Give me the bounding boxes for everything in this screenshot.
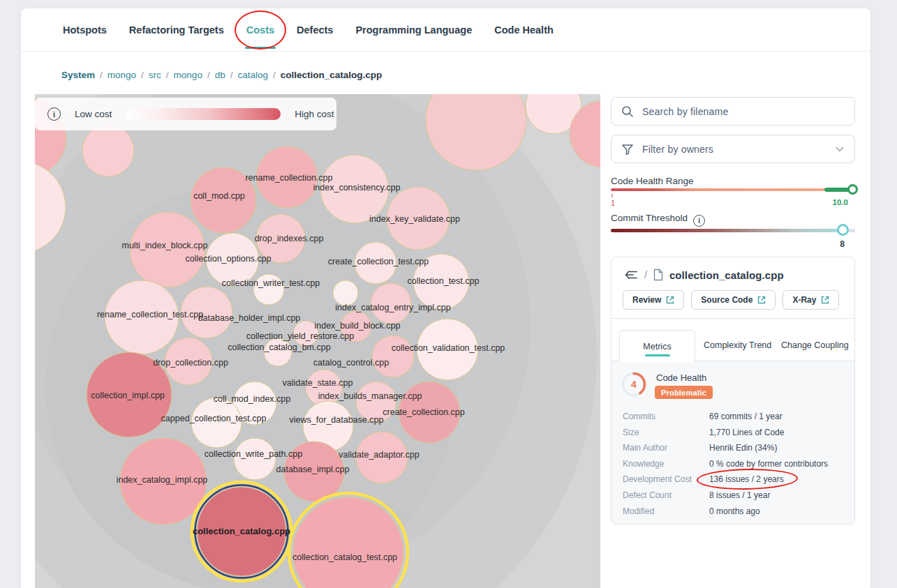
metric-label: Knowledge <box>623 459 706 469</box>
code-health-status-badge: Problematic <box>655 386 713 399</box>
info-icon[interactable]: i <box>47 107 61 121</box>
bubble-label[interactable]: index_build_block.cpp <box>314 321 400 331</box>
tab-change-coupling[interactable]: Change Coupling <box>781 330 849 361</box>
info-icon[interactable]: i <box>693 215 705 227</box>
bubble-label[interactable]: database_impl.cpp <box>276 465 350 474</box>
metric-value: 1,770 Lines of Code <box>706 428 787 437</box>
tab-complexity-trend[interactable]: Complexity Trend <box>704 330 771 361</box>
bubble-label[interactable]: drop_indexes.cpp <box>255 234 324 243</box>
search-box[interactable] <box>611 97 855 126</box>
code-health-gauge: 4 <box>621 372 646 397</box>
file-bubble-catalog_control.cpp[interactable] <box>372 336 414 377</box>
nav-tab-hotspots[interactable]: Hotspots <box>61 19 108 41</box>
bubble-label[interactable]: multi_index_block.cpp <box>122 241 208 250</box>
search-input[interactable] <box>642 106 845 117</box>
tab-metrics[interactable]: Metrics <box>619 330 695 362</box>
metric-row-defect-count: Defect Count8 issues / 1 year <box>623 488 847 503</box>
breadcrumb-link-4[interactable]: catalog <box>237 70 268 80</box>
sidebar: Filter by owners Code Health Range 1 10.… <box>611 97 855 585</box>
top-nav: HotspotsRefactoring TargetsCostsDefectsP… <box>21 8 870 52</box>
main-card: HotspotsRefactoring TargetsCostsDefectsP… <box>21 8 870 588</box>
file-bubble-collection_write_path.cpp[interactable] <box>234 438 276 480</box>
bubble-label[interactable]: collection_validation_test.cpp <box>392 343 505 353</box>
chevron-down-icon <box>835 144 845 154</box>
breadcrumb-separator: / <box>166 70 169 80</box>
bubble-label[interactable]: views_for_database.cpp <box>290 415 384 425</box>
bubble-label[interactable]: collection_catalog_bm.cpp <box>228 342 330 352</box>
metric-value-annotated: 136 issues / 2 years <box>706 474 787 484</box>
bubble-label[interactable]: collection_yield_restore.cpp <box>246 331 354 341</box>
bubble-label[interactable]: index_catalog_entry_impl.cpp <box>335 303 450 312</box>
bubble-label[interactable]: rename_collection_test.cpp <box>97 310 203 319</box>
review-button[interactable]: Review <box>623 290 684 310</box>
metric-value: 69 commits / 1 year <box>706 412 785 421</box>
breadcrumb-link-3[interactable]: db <box>215 70 225 80</box>
source-code-button[interactable]: Source Code <box>691 290 776 310</box>
bubble-label[interactable]: coll_mod_index.cpp <box>214 394 291 404</box>
code-health-range-label: Code Health Range <box>611 176 694 186</box>
bubble-label[interactable]: validate_adaptor.cpp <box>339 450 419 460</box>
bubble-label[interactable]: validate_state.cpp <box>283 378 353 388</box>
nav-tab-costs[interactable]: Costs <box>245 19 276 41</box>
cost-bubble-chart[interactable]: coll_mod.cpprename_collection.cppindex_c… <box>35 94 600 588</box>
metric-label: Defect Count <box>623 490 706 500</box>
bubble-circle <box>333 280 358 306</box>
nav-tab-programming-language[interactable]: Programming Language <box>354 19 473 41</box>
bubble-label[interactable]: index_key_validate.cpp <box>369 214 460 224</box>
commit-threshold-handle[interactable] <box>837 224 849 236</box>
breadcrumb-link-1[interactable]: src <box>149 70 161 80</box>
nav-tab-refactoring-targets[interactable]: Refactoring Targets <box>128 19 225 41</box>
path-separator: / <box>644 269 647 280</box>
bubble-label[interactable]: collection_impl.cpp <box>91 391 165 400</box>
back-to-list-icon[interactable] <box>624 269 639 281</box>
bubble-label[interactable]: drop_collection.cpp <box>153 358 228 368</box>
code-health-min-tick <box>611 194 613 197</box>
metric-label: Size <box>623 428 706 437</box>
bubble-label[interactable]: create_collection.cpp <box>383 407 464 417</box>
owner-filter-dropdown[interactable]: Filter by owners <box>611 135 855 163</box>
bubble-label[interactable]: catalog_control.cpp <box>313 358 389 368</box>
metric-value: 0 months ago <box>706 506 763 516</box>
file-bubble[interactable] <box>82 125 134 176</box>
bubble-label[interactable]: rename_collection.cpp <box>245 173 332 183</box>
code-health-range-handle[interactable] <box>847 184 858 195</box>
bubble-label[interactable]: collection_options.cpp <box>186 254 272 264</box>
bubble-label[interactable]: index_consistency.cpp <box>313 183 401 193</box>
metric-value: 0 % code by former contributors <box>706 459 831 469</box>
commit-threshold-label: Commit Thresholdi <box>611 213 705 227</box>
nav-tab-defects[interactable]: Defects <box>295 19 334 41</box>
file-icon <box>653 269 664 281</box>
nav-tab-code-health[interactable]: Code Health <box>493 19 555 41</box>
bubble-circle <box>82 125 134 176</box>
bubble-label[interactable]: coll_mod.cpp <box>193 191 245 201</box>
breadcrumb-root[interactable]: System <box>61 70 95 80</box>
metric-row-modified: Modified0 months ago <box>623 504 847 519</box>
code-health-label: Code Health <box>656 372 706 383</box>
metric-label: Development Cost <box>623 474 706 484</box>
bubble-label[interactable]: capped_collection_test.cpp <box>161 414 267 423</box>
metric-label: Modified <box>623 506 706 516</box>
active-nav-underline <box>245 47 276 49</box>
bubble-label[interactable]: collection_writer_test.cpp <box>222 278 320 288</box>
bubble-label[interactable]: index_catalog_impl.cpp <box>117 475 208 485</box>
metric-value: 8 issues / 1 year <box>706 490 773 500</box>
bubble-label[interactable]: database_holder_impl.cpp <box>198 313 301 323</box>
metric-row-main-author: Main AuthorHenrik Edin (34%) <box>623 440 847 455</box>
bubble-label[interactable]: create_collection_test.cpp <box>328 257 429 266</box>
bubble-label[interactable]: collection_write_path.cpp <box>205 449 302 459</box>
breadcrumb-link-0[interactable]: mongo <box>108 70 136 80</box>
commit-threshold-slider[interactable] <box>611 229 855 232</box>
code-health-min-value: 1 <box>611 199 615 207</box>
bubble-label[interactable]: collection_catalog_test.cpp <box>292 552 397 562</box>
bubble-circle <box>372 336 414 377</box>
file-bubble[interactable] <box>333 280 358 306</box>
panel-divider <box>611 318 854 319</box>
breadcrumb-current-file: collection_catalog.cpp <box>281 70 383 80</box>
bubble-label[interactable]: collection_catalog.cpp <box>193 526 290 536</box>
x-ray-button[interactable]: X-Ray <box>783 290 839 310</box>
breadcrumb-link-2[interactable]: mongo <box>174 70 202 80</box>
metric-label: Main Author <box>623 443 706 453</box>
code-health-range-slider[interactable] <box>611 188 855 191</box>
bubble-label[interactable]: collection_test.cpp <box>408 276 480 286</box>
bubble-label[interactable]: index_builds_manager.cpp <box>318 391 422 401</box>
